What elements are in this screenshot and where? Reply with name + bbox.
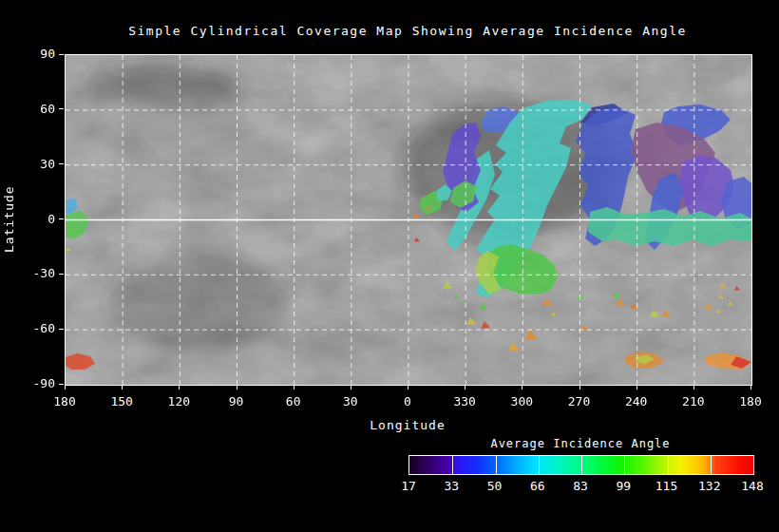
x-tick-label: 150 <box>101 394 142 408</box>
axis-tick <box>694 386 694 390</box>
axis-tick <box>750 386 751 390</box>
axis-tick <box>59 54 64 55</box>
colorbar-tick-label: 83 <box>560 479 601 493</box>
axis-tick <box>294 386 294 390</box>
colorbar-tick-label: 115 <box>646 479 688 493</box>
y-tick-label: -90 <box>11 376 55 390</box>
axis-tick <box>351 386 352 390</box>
axis-tick <box>122 386 123 390</box>
axis-tick <box>59 274 64 275</box>
x-tick-label: 270 <box>559 394 600 408</box>
colorbar-separator <box>496 456 497 474</box>
axis-tick <box>237 386 238 390</box>
x-tick-label: 210 <box>673 394 714 408</box>
axis-tick <box>179 386 180 390</box>
x-tick-label: 180 <box>44 394 86 408</box>
y-tick-label: 60 <box>11 102 55 116</box>
colorbar-tick-label: 148 <box>732 479 773 493</box>
x-tick-label: 60 <box>273 394 314 408</box>
x-tick-label: 0 <box>387 394 428 408</box>
colorbar-tick-label: 17 <box>388 479 429 493</box>
colorbar-separator <box>581 456 582 474</box>
colorbar-tick-label: 66 <box>517 479 559 493</box>
axis-tick <box>59 163 64 164</box>
x-tick-label: 90 <box>216 394 257 408</box>
axis-tick <box>408 386 408 390</box>
y-tick-label: 30 <box>11 157 55 171</box>
x-tick-label: 300 <box>501 394 542 408</box>
axis-tick <box>59 384 64 385</box>
x-tick-label: 120 <box>158 394 200 408</box>
colorbar-separator <box>711 456 712 474</box>
x-tick-label: 30 <box>330 394 371 408</box>
colorbar-title: Average Incidence Angle <box>408 437 752 450</box>
x-tick-label: 330 <box>444 394 485 408</box>
colorbar-separator <box>624 456 625 474</box>
x-tick-label: 180 <box>730 394 771 408</box>
x-axis-label: Longitude <box>65 418 750 432</box>
y-tick-label: -30 <box>11 266 55 280</box>
colorbar-separator <box>452 456 453 474</box>
app-window: Simple Cylindrical Coverage Map Showing … <box>0 0 779 532</box>
map-svg <box>66 55 751 385</box>
axis-tick <box>580 386 580 390</box>
colorbar-tick-label: 99 <box>602 479 644 493</box>
colorbar-tick-label: 132 <box>689 479 731 493</box>
axis-tick <box>59 218 64 219</box>
colorbar-tick-label: 33 <box>430 479 472 493</box>
axis-tick <box>59 108 64 109</box>
axis-tick <box>522 386 522 390</box>
y-tick-label: 90 <box>11 47 55 61</box>
x-tick-label: 240 <box>616 394 657 408</box>
axis-tick <box>465 386 466 390</box>
y-tick-label: -60 <box>11 321 55 335</box>
axis-tick <box>636 386 637 390</box>
colorbar <box>408 455 754 475</box>
axis-tick <box>65 386 66 390</box>
page-title: Simple Cylindrical Coverage Map Showing … <box>65 24 750 38</box>
y-tick-label: 0 <box>11 212 55 226</box>
colorbar-separator <box>539 456 540 474</box>
axis-tick <box>59 329 64 330</box>
map-plot-area <box>65 54 752 386</box>
colorbar-tick-label: 50 <box>474 479 516 493</box>
colorbar-separator <box>668 456 669 474</box>
